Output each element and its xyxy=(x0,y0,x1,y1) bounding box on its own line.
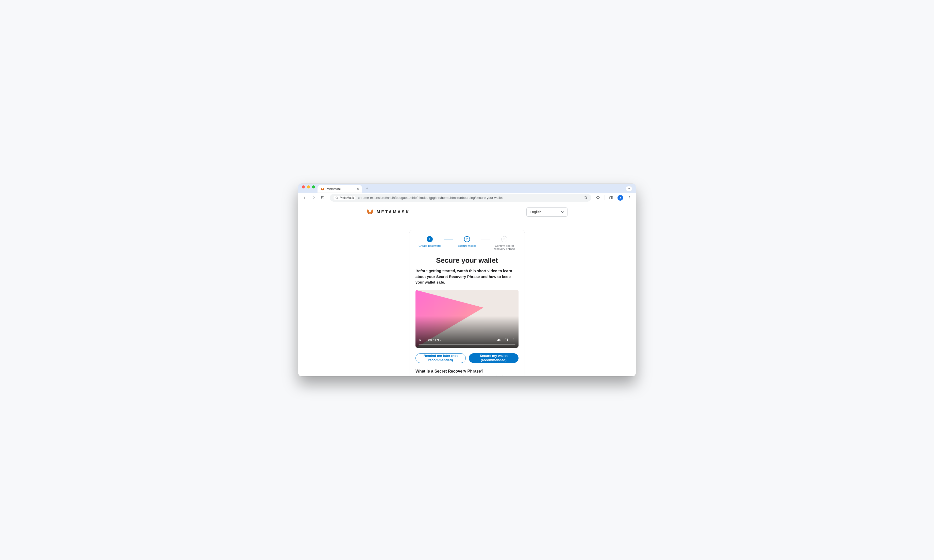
nav-back-button[interactable] xyxy=(301,194,308,202)
site-identity-chip[interactable]: MetaMask xyxy=(333,195,356,200)
svg-point-8 xyxy=(620,197,621,198)
window-controls xyxy=(300,185,317,191)
browser-window: MetaMask × ＋ MetaMask chrome-extensio xyxy=(298,184,636,376)
extensions-button[interactable] xyxy=(594,194,602,202)
step-label: Secure wallet xyxy=(458,244,476,247)
chevron-down-icon xyxy=(561,211,564,214)
svg-marker-3 xyxy=(322,190,323,191)
arrow-right-icon xyxy=(312,195,316,200)
browser-tab[interactable]: MetaMask × xyxy=(317,185,362,193)
video-more-button[interactable] xyxy=(512,338,515,343)
nav-forward-button[interactable] xyxy=(310,194,317,202)
svg-point-9 xyxy=(629,196,630,197)
extension-icon xyxy=(335,196,338,199)
video-fullscreen-button[interactable] xyxy=(504,338,508,343)
side-panel-button[interactable] xyxy=(607,194,615,202)
svg-marker-0 xyxy=(321,188,322,189)
tab-title: MetaMask xyxy=(327,187,341,191)
svg-point-11 xyxy=(629,198,630,199)
reload-icon xyxy=(321,196,325,200)
brand: METAMASK xyxy=(367,209,410,215)
volume-icon xyxy=(497,338,501,342)
window-close-button[interactable] xyxy=(302,185,305,188)
window-minimize-button[interactable] xyxy=(307,185,310,188)
browser-toolbar: MetaMask chrome-extension://nkbihfbeogae… xyxy=(298,193,636,203)
faq-question-body: Your Secret Recovery Phrase is a 12-word… xyxy=(416,375,518,377)
tab-strip: MetaMask × ＋ xyxy=(298,184,636,193)
onboarding-video[interactable]: 0:00 / 1:35 xyxy=(416,290,518,348)
avatar xyxy=(618,195,623,201)
step-number: 1 xyxy=(427,236,433,242)
star-icon xyxy=(584,195,588,199)
tab-close-button[interactable]: × xyxy=(357,187,359,191)
tab-overflow-button[interactable] xyxy=(626,186,632,191)
brand-wordmark: METAMASK xyxy=(377,210,410,214)
video-play-button[interactable] xyxy=(419,338,422,343)
language-select[interactable]: English xyxy=(526,208,567,217)
nav-reload-button[interactable] xyxy=(319,194,327,202)
secure-wallet-button[interactable]: Secure my wallet (recommended) xyxy=(469,353,518,363)
remind-later-button[interactable]: Remind me later (not recommended) xyxy=(416,353,466,363)
svg-point-22 xyxy=(513,340,514,340)
kebab-menu-button[interactable] xyxy=(626,194,633,202)
new-tab-button[interactable]: ＋ xyxy=(364,185,371,191)
metamask-fox-icon xyxy=(367,209,374,215)
puzzle-icon xyxy=(596,196,600,200)
step-number: 3 xyxy=(501,236,507,242)
video-time: 0:00 / 1:35 xyxy=(425,338,441,342)
omnibox-url: chrome-extension://nkbihfbeogaeaoehlefnk… xyxy=(358,196,502,200)
step-confirm-phrase: 3 Confirm secret recovery phrase xyxy=(490,236,518,250)
lead-text: Before getting started, watch this short… xyxy=(416,268,518,285)
page-title: Secure your wallet xyxy=(416,256,518,265)
omnibox[interactable]: MetaMask chrome-extension://nkbihfbeogae… xyxy=(330,194,591,202)
step-number: 2 xyxy=(464,236,470,242)
chevron-down-icon xyxy=(628,188,630,190)
dots-vertical-icon xyxy=(627,196,632,200)
cta-row: Remind me later (not recommended) Secure… xyxy=(416,353,518,363)
onboarding-card: 1 Create password 2 Secure wallet 3 Conf… xyxy=(409,230,525,376)
stepper-bar xyxy=(444,239,453,239)
person-icon xyxy=(619,196,622,199)
stepper: 1 Create password 2 Secure wallet 3 Conf… xyxy=(416,236,518,250)
dots-vertical-icon xyxy=(512,338,515,342)
svg-marker-15 xyxy=(369,214,371,215)
panel-icon xyxy=(609,196,613,200)
tab-favicon xyxy=(321,187,325,191)
bookmark-button[interactable] xyxy=(584,195,588,200)
metamask-fox-icon xyxy=(321,186,325,192)
video-controls: 0:00 / 1:35 xyxy=(416,336,518,348)
arrow-left-icon xyxy=(302,195,307,200)
svg-marker-1 xyxy=(323,188,325,189)
svg-point-23 xyxy=(513,341,514,342)
page-viewport: METAMASK English 1 Create password xyxy=(298,203,636,376)
site-identity-label: MetaMask xyxy=(340,196,354,200)
faq: What is a Secret Recovery Phrase? Your S… xyxy=(416,369,518,377)
step-label: Confirm secret recovery phrase xyxy=(490,244,518,250)
svg-point-21 xyxy=(513,338,514,339)
step-secure-wallet: 2 Secure wallet xyxy=(453,236,481,247)
video-progress[interactable] xyxy=(419,345,515,345)
window-zoom-button[interactable] xyxy=(312,185,315,188)
play-icon xyxy=(419,338,422,342)
toolbar-divider xyxy=(604,195,605,200)
video-mute-button[interactable] xyxy=(497,338,501,343)
svg-rect-6 xyxy=(610,196,613,199)
faq-question-title: What is a Secret Recovery Phrase? xyxy=(416,369,518,374)
svg-point-10 xyxy=(629,197,630,198)
profile-button[interactable] xyxy=(617,194,624,202)
step-label: Create password xyxy=(419,244,441,247)
step-create-password: 1 Create password xyxy=(416,236,444,247)
language-selected: English xyxy=(530,210,541,214)
page-header: METAMASK English xyxy=(366,208,568,217)
stepper-bar xyxy=(481,239,490,239)
fullscreen-icon xyxy=(504,338,508,342)
